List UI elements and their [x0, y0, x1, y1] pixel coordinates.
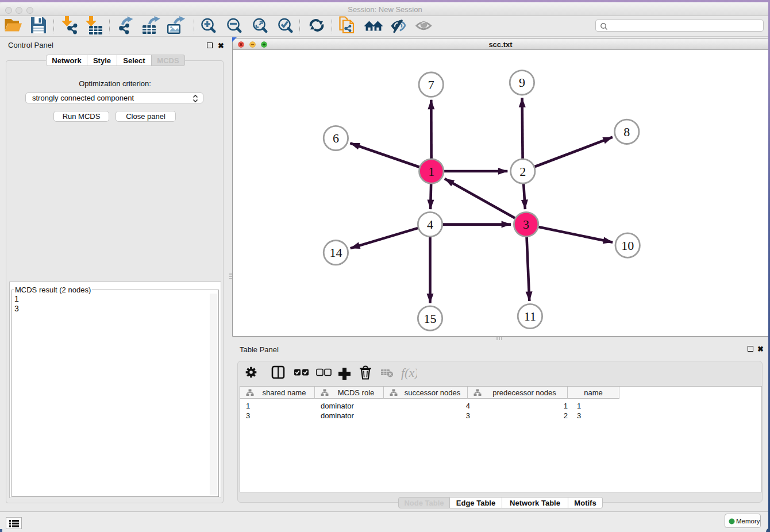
svg-text:11: 11	[524, 309, 536, 323]
svg-text:3: 3	[523, 217, 529, 232]
svg-text:8: 8	[623, 125, 630, 139]
svg-text:f(x): f(x)	[401, 365, 417, 380]
svg-text:4: 4	[427, 217, 433, 232]
svg-text:10: 10	[621, 238, 634, 253]
svg-text:9: 9	[519, 75, 525, 90]
svg-text:15: 15	[424, 311, 437, 326]
svg-text:6: 6	[333, 131, 339, 145]
svg-text:1: 1	[428, 164, 434, 179]
svg-text:14: 14	[329, 245, 342, 260]
svg-text:7: 7	[428, 78, 434, 92]
svg-text:2: 2	[519, 164, 526, 179]
